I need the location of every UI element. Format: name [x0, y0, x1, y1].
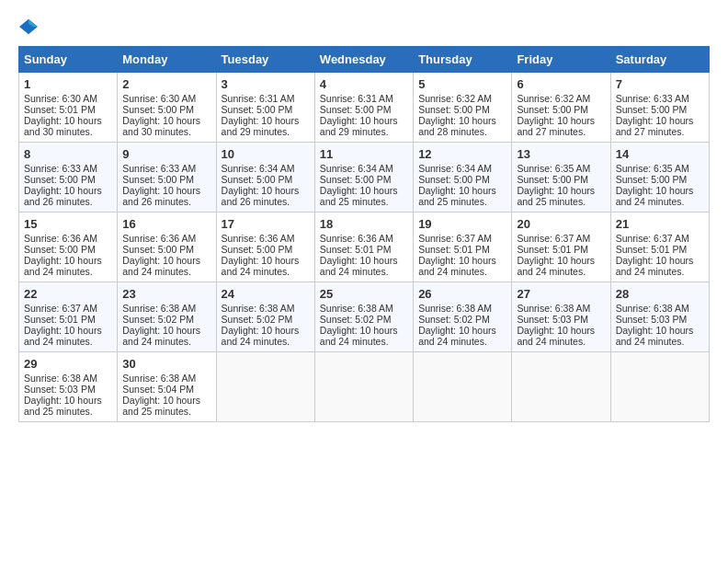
day-info-line: Sunrise: 6:32 AM: [418, 93, 506, 104]
day-number: 9: [122, 147, 210, 161]
day-info-line: Sunset: 5:00 PM: [616, 104, 704, 115]
calendar-cell: 9Sunrise: 6:33 AMSunset: 5:00 PMDaylight…: [118, 143, 216, 213]
calendar-cell: 13Sunrise: 6:35 AMSunset: 5:00 PMDayligh…: [512, 143, 610, 213]
day-info-line: Sunset: 5:00 PM: [517, 174, 605, 185]
day-info-line: Sunrise: 6:37 AM: [418, 233, 506, 244]
day-info-line: and 24 minutes.: [222, 266, 310, 277]
day-info-line: Sunset: 5:01 PM: [24, 104, 112, 115]
day-info-line: Daylight: 10 hours: [24, 325, 112, 336]
day-info-line: Daylight: 10 hours: [418, 185, 506, 196]
day-number: 26: [418, 287, 506, 301]
calendar-cell: [216, 352, 314, 422]
day-info-line: Daylight: 10 hours: [222, 325, 310, 336]
calendar-cell: 3Sunrise: 6:31 AMSunset: 5:00 PMDaylight…: [216, 73, 314, 143]
day-info-line: Sunset: 5:02 PM: [222, 314, 310, 325]
day-number: 10: [222, 147, 310, 161]
day-info-line: Daylight: 10 hours: [517, 115, 605, 126]
day-info-line: Sunset: 5:00 PM: [24, 244, 112, 255]
calendar-cell: 26Sunrise: 6:38 AMSunset: 5:02 PMDayligh…: [414, 282, 512, 352]
day-info-line: Sunset: 5:00 PM: [418, 174, 506, 185]
day-info-line: Sunset: 5:03 PM: [517, 314, 605, 325]
day-info-line: Sunset: 5:00 PM: [418, 104, 506, 115]
day-info-line: Daylight: 10 hours: [616, 325, 704, 336]
calendar-cell: 16Sunrise: 6:36 AMSunset: 5:00 PMDayligh…: [118, 213, 216, 282]
calendar-cell: 14Sunrise: 6:35 AMSunset: 5:00 PMDayligh…: [610, 143, 709, 213]
day-number: 6: [517, 77, 605, 91]
day-info-line: Sunrise: 6:38 AM: [222, 303, 310, 314]
day-info-line: Sunrise: 6:36 AM: [222, 233, 310, 244]
day-number: 28: [616, 287, 704, 301]
day-info-line: and 26 minutes.: [222, 196, 310, 207]
day-info-line: and 24 minutes.: [418, 336, 506, 347]
day-info-line: Sunrise: 6:38 AM: [320, 303, 408, 314]
day-info-line: Sunrise: 6:36 AM: [24, 233, 112, 244]
day-number: 1: [24, 77, 112, 91]
day-info-line: and 28 minutes.: [418, 126, 506, 137]
day-number: 12: [418, 147, 506, 161]
calendar-cell: 28Sunrise: 6:38 AMSunset: 5:03 PMDayligh…: [610, 282, 709, 352]
day-info-line: Sunrise: 6:36 AM: [122, 233, 210, 244]
day-info-line: Daylight: 10 hours: [320, 255, 408, 266]
day-info-line: Sunset: 5:02 PM: [320, 314, 408, 325]
day-info-line: Sunrise: 6:38 AM: [517, 303, 605, 314]
day-number: 3: [222, 77, 310, 91]
day-number: 23: [122, 287, 210, 301]
day-info-line: Daylight: 10 hours: [418, 115, 506, 126]
day-number: 4: [320, 77, 408, 91]
day-info-line: and 24 minutes.: [517, 266, 605, 277]
day-number: 18: [320, 217, 408, 231]
day-info-line: Sunset: 5:04 PM: [122, 384, 210, 395]
day-info-line: and 24 minutes.: [320, 266, 408, 277]
day-header-saturday: Saturday: [610, 47, 709, 73]
day-info-line: Sunrise: 6:38 AM: [616, 303, 704, 314]
header-row: SundayMondayTuesdayWednesdayThursdayFrid…: [19, 47, 710, 73]
calendar-cell: 11Sunrise: 6:34 AMSunset: 5:00 PMDayligh…: [314, 143, 413, 213]
day-info-line: and 26 minutes.: [122, 196, 210, 207]
day-header-monday: Monday: [118, 47, 216, 73]
day-info-line: Sunset: 5:00 PM: [222, 174, 310, 185]
day-number: 24: [222, 287, 310, 301]
day-info-line: and 24 minutes.: [122, 266, 210, 277]
day-number: 16: [122, 217, 210, 231]
day-info-line: Daylight: 10 hours: [122, 325, 210, 336]
calendar-cell: 6Sunrise: 6:32 AMSunset: 5:00 PMDaylight…: [512, 73, 610, 143]
day-info-line: and 24 minutes.: [616, 336, 704, 347]
day-info-line: and 29 minutes.: [320, 126, 408, 137]
calendar-cell: 7Sunrise: 6:33 AMSunset: 5:00 PMDaylight…: [610, 73, 709, 143]
day-info-line: Daylight: 10 hours: [418, 255, 506, 266]
day-info-line: Sunrise: 6:36 AM: [320, 233, 408, 244]
day-info-line: Daylight: 10 hours: [122, 395, 210, 406]
day-info-line: and 24 minutes.: [122, 336, 210, 347]
calendar-cell: 30Sunrise: 6:38 AMSunset: 5:04 PMDayligh…: [118, 352, 216, 422]
calendar-cell: 20Sunrise: 6:37 AMSunset: 5:01 PMDayligh…: [512, 213, 610, 282]
calendar-cell: 10Sunrise: 6:34 AMSunset: 5:00 PMDayligh…: [216, 143, 314, 213]
calendar-cell: 8Sunrise: 6:33 AMSunset: 5:00 PMDaylight…: [19, 143, 118, 213]
day-number: 27: [517, 287, 605, 301]
day-info-line: Sunset: 5:00 PM: [122, 104, 210, 115]
day-number: 21: [616, 217, 704, 231]
day-number: 29: [24, 357, 112, 371]
day-info-line: Sunset: 5:01 PM: [616, 244, 704, 255]
day-info-line: Daylight: 10 hours: [616, 255, 704, 266]
day-info-line: and 26 minutes.: [24, 196, 112, 207]
day-header-wednesday: Wednesday: [314, 47, 413, 73]
day-info-line: and 27 minutes.: [517, 126, 605, 137]
day-number: 30: [122, 357, 210, 371]
day-info-line: and 24 minutes.: [616, 266, 704, 277]
day-info-line: Sunrise: 6:35 AM: [517, 163, 605, 174]
day-info-line: Daylight: 10 hours: [320, 325, 408, 336]
day-info-line: Sunset: 5:00 PM: [517, 104, 605, 115]
day-info-line: Daylight: 10 hours: [24, 255, 112, 266]
day-info-line: and 25 minutes.: [320, 196, 408, 207]
day-info-line: Sunrise: 6:38 AM: [418, 303, 506, 314]
day-info-line: Daylight: 10 hours: [24, 395, 112, 406]
calendar-week-3: 22Sunrise: 6:37 AMSunset: 5:01 PMDayligh…: [19, 282, 710, 352]
day-info-line: Sunrise: 6:30 AM: [122, 93, 210, 104]
calendar-cell: 27Sunrise: 6:38 AMSunset: 5:03 PMDayligh…: [512, 282, 610, 352]
calendar-cell: 22Sunrise: 6:37 AMSunset: 5:01 PMDayligh…: [19, 282, 118, 352]
header: [18, 17, 710, 37]
day-number: 22: [24, 287, 112, 301]
day-info-line: Daylight: 10 hours: [517, 325, 605, 336]
day-info-line: Sunrise: 6:33 AM: [616, 93, 704, 104]
day-number: 7: [616, 77, 704, 91]
